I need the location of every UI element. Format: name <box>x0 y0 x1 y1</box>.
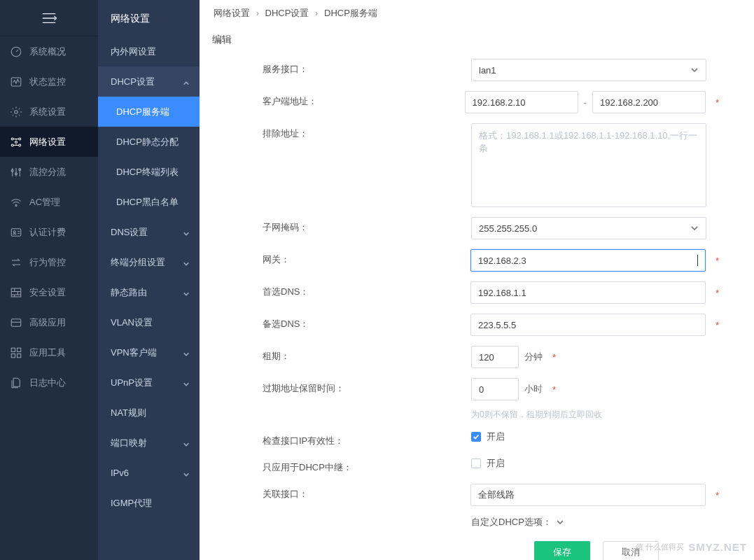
pulse-icon <box>10 76 22 88</box>
crumb-2[interactable]: DHCP设置 <box>265 8 309 18</box>
crumb-1[interactable]: 网络设置 <box>214 8 250 18</box>
sidebar-item-label: 应用工具 <box>29 346 66 359</box>
svg-rect-19 <box>18 354 21 357</box>
sidebar2-item-dhcp[interactable]: DHCP设置 <box>98 66 200 97</box>
sidebar2-item-dhcp-bwlist[interactable]: DHCP黑白名单 <box>98 187 200 217</box>
svg-point-11 <box>15 204 17 206</box>
client-addr-start-input[interactable] <box>465 91 578 113</box>
svg-rect-15 <box>11 318 21 326</box>
exclude-textarea[interactable] <box>471 123 706 207</box>
expire-unit: 小时 <box>524 383 543 396</box>
sidebar-item-monitor[interactable]: 状态监控 <box>0 66 98 97</box>
sidebar-item-sysconfig[interactable]: 系统设置 <box>0 97 98 127</box>
chevron-down-icon <box>183 229 190 236</box>
sidebar2-item-wanlan[interactable]: 内外网设置 <box>98 36 200 66</box>
gateway-input[interactable] <box>470 249 706 272</box>
required-mark: * <box>715 255 719 266</box>
sidebar2-item-igmp[interactable]: IGMP代理 <box>98 488 200 518</box>
check-ip-text: 开启 <box>487 430 505 443</box>
label-dns2: 备选DNS： <box>263 314 470 330</box>
crumb-3[interactable]: DHCP服务端 <box>324 8 377 18</box>
svg-rect-16 <box>11 348 15 351</box>
sidebar2-item-groups[interactable]: 终端分组设置 <box>98 247 200 277</box>
required-mark: * <box>715 97 719 108</box>
expire-input[interactable] <box>471 378 519 400</box>
relay-only-checkbox[interactable] <box>471 458 481 468</box>
breadcrumb: 网络设置 › DHCP设置 › DHCP服务端 <box>200 0 754 21</box>
lease-input[interactable] <box>471 346 519 368</box>
sidebar-item-advanced[interactable]: 高级应用 <box>0 307 98 337</box>
sidebar-item-tools[interactable]: 应用工具 <box>0 337 98 368</box>
menu-toggle[interactable] <box>0 0 98 36</box>
sidebar-item-label: 网络设置 <box>29 136 66 148</box>
crumb-sep: › <box>256 8 259 18</box>
sidebar-item-ac[interactable]: AC管理 <box>0 187 98 217</box>
sidebar2-item-dhcp-server[interactable]: DHCP服务端 <box>98 97 200 127</box>
required-mark: * <box>715 320 719 330</box>
sidebar2-item-vlan[interactable]: VLAN设置 <box>98 307 200 337</box>
svg-rect-12 <box>11 228 21 236</box>
label-relay-only: 只应用于DHCP中继： <box>263 457 471 474</box>
assoc-interface-input[interactable] <box>470 484 706 506</box>
svg-point-7 <box>15 141 18 143</box>
menu-icon <box>41 12 57 24</box>
firewall-icon <box>10 286 22 299</box>
gauge-icon <box>10 46 22 58</box>
sidebar2-item-dns[interactable]: DNS设置 <box>98 217 200 247</box>
svg-point-6 <box>19 144 21 146</box>
sidebar-item-dashboard[interactable]: 系统概况 <box>0 36 98 66</box>
label-client-addr: 客户端地址： <box>263 91 465 108</box>
crumb-sep: › <box>315 8 318 18</box>
sidebar-item-security[interactable]: 安全设置 <box>0 277 98 307</box>
swap-icon <box>10 256 22 269</box>
sidebar-item-logs[interactable]: 日志中心 <box>0 368 98 398</box>
network-icon <box>10 136 22 148</box>
sidebar2-item-nat[interactable]: NAT规则 <box>98 398 200 428</box>
sidebar2-item-upnp[interactable]: UPnP设置 <box>98 368 200 398</box>
chevron-down-icon <box>183 440 190 447</box>
chevron-down-icon <box>183 259 190 266</box>
range-dash: - <box>584 97 587 108</box>
service-interface-select[interactable]: lan1 <box>471 59 706 81</box>
label-expire: 过期地址保留时间： <box>263 378 471 395</box>
gear-icon <box>10 106 22 118</box>
primary-dns-input[interactable] <box>470 281 706 304</box>
sidebar-item-label: 系统设置 <box>29 106 66 118</box>
id-icon <box>10 226 22 239</box>
label-exclude: 排除地址： <box>263 123 471 140</box>
svg-rect-17 <box>18 348 21 351</box>
sidebar2-item-portfwd[interactable]: 端口映射 <box>98 428 200 458</box>
sidebar-item-network[interactable]: 网络设置 <box>0 127 98 157</box>
required-mark: * <box>552 352 556 363</box>
sidebar2-item-static-route[interactable]: 静态路由 <box>98 277 200 307</box>
expire-note: 为0则不保留，租期到期后立即回收 <box>471 409 602 421</box>
sidebar-item-flow[interactable]: 流控分流 <box>0 157 98 187</box>
chevron-down-icon <box>690 224 699 232</box>
svg-rect-18 <box>11 354 15 357</box>
sidebar-item-behavior[interactable]: 行为管控 <box>0 247 98 277</box>
sidebar-item-auth[interactable]: 认证计费 <box>0 217 98 247</box>
sidebar2-item-vpn[interactable]: VPN客户端 <box>98 337 200 368</box>
sidebar2-item-dhcp-clients[interactable]: DHCP终端列表 <box>98 157 200 187</box>
sidebar-item-label: 行为管控 <box>29 256 66 269</box>
apps-icon <box>10 346 22 359</box>
sidebar-item-label: 认证计费 <box>29 226 66 239</box>
sidebar2-item-dhcp-static[interactable]: DHCP静态分配 <box>98 127 200 157</box>
label-check-ip: 检查接口IP有效性： <box>263 430 471 447</box>
select-value: 255.255.255.0 <box>479 223 537 234</box>
cancel-button[interactable]: 取消 <box>603 541 659 560</box>
required-mark: * <box>552 384 556 395</box>
select-value: lan1 <box>479 65 496 76</box>
client-addr-end-input[interactable] <box>592 91 706 113</box>
label-gateway: 网关： <box>263 249 470 266</box>
netmask-select[interactable]: 255.255.255.0 <box>471 217 706 239</box>
save-button[interactable]: 保存 <box>534 541 590 560</box>
secondary-dns-input[interactable] <box>470 314 706 336</box>
svg-point-2 <box>15 110 18 113</box>
custom-dhcp-options-toggle[interactable]: 自定义DHCP选项： <box>471 516 719 528</box>
svg-point-5 <box>11 144 13 146</box>
check-ip-checkbox[interactable] <box>471 432 481 442</box>
page-title: 编辑 <box>200 21 754 52</box>
sidebar2-item-ipv6[interactable]: IPv6 <box>98 458 200 488</box>
chevron-down-icon <box>183 289 190 296</box>
